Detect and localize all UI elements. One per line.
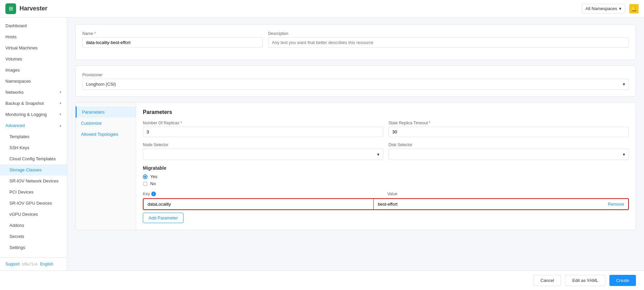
chevron-down-icon: ▾ [59,90,62,94]
sidebar-item-hosts[interactable]: Hosts [0,31,67,42]
provisioner-label: Provisioner [82,73,629,77]
sidebar-item-namespaces[interactable]: Namespaces [0,76,67,87]
sidebar-item-sr-iov-network-devices[interactable]: SR-IOV Network Devices [0,175,67,187]
main-content: Name * Description Provisioner [67,17,644,271]
cancel-button[interactable]: Cancel [533,275,561,286]
sidebar-item-label: Addons [9,223,24,228]
kv-key-header: Key i [143,192,385,196]
stale-replica-group: Stale Replica Timeout * [389,121,629,137]
info-icon[interactable]: i [151,192,156,196]
no-label: No [150,181,156,186]
migratable-section: Migratable Yes No [143,165,629,186]
topbar-right: All Namespaces ▾ 🔔 [582,4,639,13]
app-name: Harvester [19,5,47,12]
sub-nav-customize[interactable]: Customize [76,118,136,129]
sidebar-item-sr-iov-gpu-devices[interactable]: SR-IOV GPU Devices [0,198,67,209]
create-button[interactable]: Create [609,275,636,286]
sidebar-item-volumes[interactable]: Volumes [0,53,67,65]
sidebar-item-label: SSH Keys [9,145,29,150]
disk-selector-select[interactable]: ▾ [389,149,629,160]
migratable-yes[interactable]: Yes [143,174,629,179]
sidebar-item-label: Images [5,68,20,73]
edit-as-yaml-button[interactable]: Edit as YAML [565,275,605,286]
kv-row-0: Remove [143,198,629,210]
sub-nav-label: Parameters [82,110,105,115]
language-selector[interactable]: English [40,262,53,266]
disk-selector-label: Disk Selector [389,142,629,147]
notification-icon[interactable]: 🔔 [629,4,639,13]
sidebar-item-label: Virtual Machines [5,45,38,50]
name-required: * [94,31,96,36]
chevron-down-icon: ▾ [623,152,625,157]
kv-key-input-0[interactable] [144,199,374,209]
stale-replica-required: * [429,121,431,125]
sidebar-item-label: Namespaces [5,79,31,84]
sidebar-item-backup-snapshot[interactable]: Backup & Snapshot ▾ [0,98,67,109]
sidebar-item-label: vGPU Devices [9,212,38,217]
provisioner-select[interactable]: Longhorn (CSI) ▾ [82,79,629,90]
sidebar-item-ssh-keys[interactable]: SSH Keys [0,142,67,153]
sidebar-item-label: Volumes [5,56,22,61]
chevron-down-icon: ▾ [59,101,62,106]
sub-nav-allowed-topologies[interactable]: Allowed Topologies [76,129,136,140]
provisioner-card: Provisioner Longhorn (CSI) ▾ [75,66,636,97]
parameters-content: Parameters Number Of Replicas * [136,102,636,230]
kv-value-header: Value [387,192,629,196]
sidebar-item-label: Networks [5,90,24,95]
sidebar-item-label: Backup & Snapshot [5,101,44,106]
sidebar-nav: Dashboard Hosts Virtual Machines Volumes… [0,17,67,257]
sidebar-item-addons[interactable]: Addons [0,220,67,231]
sidebar-item-monitoring-logging[interactable]: Monitoring & Logging ▾ [0,109,67,120]
sidebar-item-templates[interactable]: Templates [0,131,67,142]
sidebar-item-networks[interactable]: Networks ▾ [0,87,67,98]
description-label: Description [268,31,629,36]
sidebar-item-pci-devices[interactable]: PCI Devices [0,187,67,198]
namespace-selector[interactable]: All Namespaces ▾ [582,4,625,13]
main-layout: Dashboard Hosts Virtual Machines Volumes… [0,17,644,271]
sidebar-item-label: Monitoring & Logging [5,112,47,117]
sidebar-item-label: Hosts [5,34,16,39]
sidebar-item-cloud-config-templates[interactable]: Cloud Config Templates [0,153,67,164]
num-replicas-required: * [180,121,182,125]
kv-header: Key i Value [143,192,629,196]
name-description-card: Name * Description [75,24,636,60]
sidebar-item-secrets[interactable]: Secrets [0,231,67,242]
chevron-down-icon: ▾ [623,82,625,87]
chevron-up-icon: ▴ [59,123,62,128]
sidebar-item-label: Cloud Config Templates [9,156,56,161]
name-description-row: Name * Description [82,31,629,48]
sidebar-item-vgpu-devices[interactable]: vGPU Devices [0,209,67,220]
num-replicas-input[interactable] [143,127,383,137]
content-inner: Name * Description Provisioner [67,17,644,237]
sidebar-item-label: Settings [9,245,25,250]
sidebar-item-label: Templates [9,134,29,139]
sidebar-item-settings[interactable]: Settings [0,242,67,253]
description-group: Description [268,31,629,48]
sidebar-item-advanced[interactable]: Advanced ▴ [0,120,67,131]
bottom-bar: Cancel Edit as YAML Create [0,271,644,290]
num-replicas-label: Number Of Replicas * [143,121,383,125]
sidebar-item-dashboard[interactable]: Dashboard [0,20,67,31]
description-input[interactable] [268,37,629,48]
kv-value-input-0[interactable] [374,199,604,209]
chevron-down-icon: ▾ [377,152,379,157]
sub-nav: Parameters Customize Allowed Topologies [76,102,136,230]
stale-replica-input[interactable] [389,127,629,137]
name-input[interactable] [82,37,263,48]
sidebar-item-images[interactable]: Images [0,65,67,76]
migratable-no[interactable]: No [143,181,629,186]
migratable-radio-group: Yes No [143,174,629,186]
sidebar-item-virtual-machines[interactable]: Virtual Machines [0,42,67,53]
version-hash: bf6e71c4 [22,262,37,266]
kv-remove-button-0[interactable]: Remove [604,199,628,209]
node-selector-label: Node Selector [143,142,383,147]
sub-nav-label: Customize [81,121,102,126]
sidebar-item-storage-classes[interactable]: Storage Classes [0,164,67,175]
support-link[interactable]: Support [5,262,19,266]
radio-yes-circle [143,174,148,179]
node-selector-select[interactable]: ▾ [143,149,383,160]
add-parameter-button[interactable]: Add Parameter [143,213,184,223]
sub-nav-parameters[interactable]: Parameters [76,107,136,118]
namespace-label: All Namespaces [586,6,617,11]
chevron-down-icon: ▾ [59,112,62,117]
